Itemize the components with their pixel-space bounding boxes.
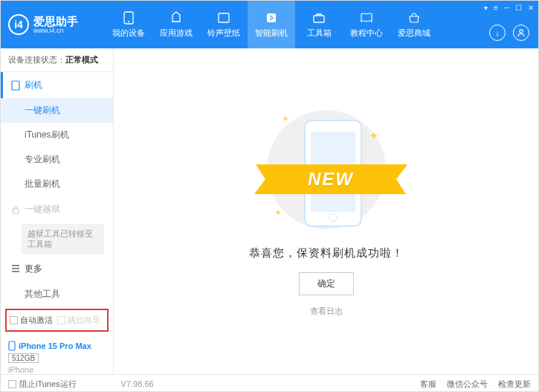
view-log-link[interactable]: 查看日志 [310, 306, 343, 317]
toolbox-icon [312, 11, 326, 25]
svg-rect-4 [314, 16, 324, 22]
checkbox-auto-activate[interactable]: 自动激活 [10, 315, 53, 326]
footer-update[interactable]: 检查更新 [498, 379, 531, 390]
user-button[interactable] [513, 25, 529, 41]
app-name: 爱思助手 [33, 16, 78, 27]
options-icon[interactable]: ≡ [494, 4, 498, 12]
connection-status: 设备连接状态：正常模式 [1, 48, 113, 72]
sidebar-item-oneclick-flash[interactable]: 一键刷机 [1, 98, 113, 123]
wallpaper-icon [216, 11, 231, 25]
nav-flash[interactable]: 智能刷机 [248, 1, 295, 48]
svg-point-1 [128, 21, 129, 22]
storage-badge: 512GB [8, 353, 39, 363]
svg-rect-7 [13, 209, 19, 213]
lock-icon [11, 205, 20, 214]
app-header: i4 爱思助手 www.i4.cn 我的设备 应用游戏 铃声壁纸 智能刷机 工具… [1, 1, 538, 48]
svg-point-5 [520, 30, 523, 33]
svg-rect-8 [9, 341, 15, 350]
download-button[interactable]: ↓ [489, 25, 506, 41]
app-url: www.i4.cn [33, 27, 78, 34]
apps-icon [169, 11, 184, 25]
success-illustration: ✦ ✦ ✦ NEW [252, 106, 401, 233]
confirm-button[interactable]: 确定 [299, 272, 354, 295]
footer-support[interactable]: 客服 [420, 379, 436, 390]
nav-my-device[interactable]: 我的设备 [105, 1, 152, 48]
book-icon [359, 11, 374, 25]
nav-apps[interactable]: 应用游戏 [152, 1, 200, 48]
nav-store[interactable]: 爱思商城 [390, 1, 438, 48]
more-icon [11, 265, 20, 272]
device-name[interactable]: iPhone 15 Pro Max [8, 341, 106, 351]
phone-icon [8, 341, 16, 351]
device-type: iPhone [8, 365, 106, 374]
section-flash[interactable]: 刷机 [1, 72, 113, 98]
header-actions: ↓ [489, 25, 529, 41]
version-label: V7.98.66 [121, 379, 154, 388]
sidebar-item-batch-flash[interactable]: 批量刷机 [1, 172, 113, 196]
footer: 阻止iTunes运行 V7.98.66 客服 微信公众号 检查更新 [1, 374, 538, 392]
minimize-icon[interactable]: ─ [504, 4, 509, 12]
sidebar-item-pro-flash[interactable]: 专业刷机 [1, 147, 113, 172]
device-icon [121, 11, 136, 25]
logo-icon: i4 [8, 14, 29, 35]
device-info: iPhone 15 Pro Max 512GB iPhone [1, 336, 113, 374]
options-highlight-box: 自动激活 跳过向导 [5, 309, 109, 332]
jailbreak-note: 越狱工具已转移至工具箱 [22, 224, 104, 254]
main-nav: 我的设备 应用游戏 铃声壁纸 智能刷机 工具箱 教程中心 爱思商城 [105, 1, 438, 48]
nav-toolbox[interactable]: 工具箱 [295, 1, 343, 48]
section-jailbreak[interactable]: 一键越狱 [1, 196, 113, 222]
success-message: 恭喜您，保资料刷机成功啦！ [249, 246, 404, 260]
section-more[interactable]: 更多 [1, 256, 113, 282]
window-controls: ▾ ≡ ─ ☐ ✕ [484, 4, 534, 12]
ribbon-text: NEW [308, 169, 354, 190]
main-content: ✦ ✦ ✦ NEW 恭喜您，保资料刷机成功啦！ 确定 查看日志 [114, 48, 538, 374]
close-icon[interactable]: ✕ [528, 4, 534, 12]
menu-icon[interactable]: ▾ [484, 4, 488, 12]
footer-wechat[interactable]: 微信公众号 [447, 379, 488, 390]
checkbox-block-itunes[interactable]: 阻止iTunes运行 [8, 379, 77, 390]
nav-tutorials[interactable]: 教程中心 [343, 1, 390, 48]
sidebar-item-itunes-flash[interactable]: iTunes刷机 [1, 123, 113, 147]
svg-rect-3 [267, 13, 276, 22]
sidebar-item-other-tools[interactable]: 其他工具 [1, 282, 113, 304]
svg-rect-6 [12, 81, 19, 90]
checkbox-skip-guide[interactable]: 跳过向导 [57, 315, 100, 326]
flash-icon [264, 11, 279, 25]
store-icon [407, 11, 422, 25]
maximize-icon[interactable]: ☐ [515, 4, 522, 12]
nav-ringtones[interactable]: 铃声壁纸 [200, 1, 248, 48]
sidebar: 设备连接状态：正常模式 刷机 一键刷机 iTunes刷机 专业刷机 批量刷机 一… [1, 48, 114, 374]
logo: i4 爱思助手 www.i4.cn [8, 14, 105, 35]
flash-section-icon [11, 80, 20, 91]
svg-rect-2 [219, 13, 229, 22]
